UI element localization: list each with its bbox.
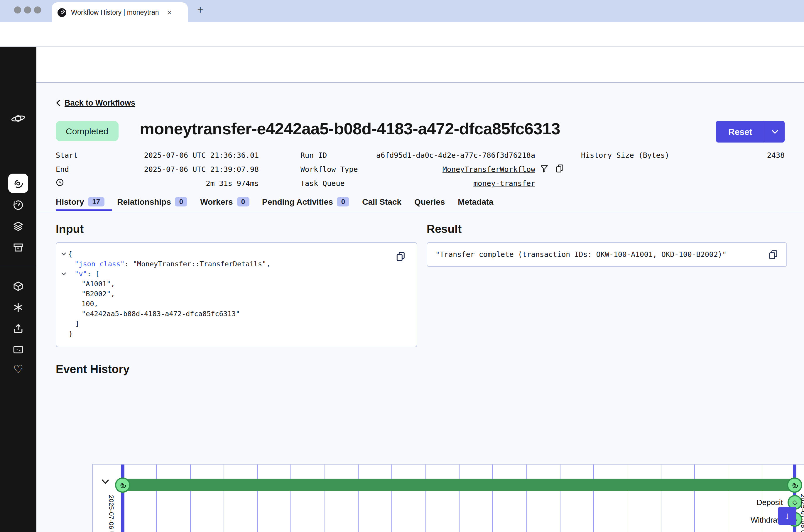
- schedules-clock-icon[interactable]: [12, 200, 24, 211]
- timeline-start-time: 2025-07-06 UTC 21:36:36.01: [108, 495, 115, 532]
- collapse-chevron-icon[interactable]: [61, 272, 66, 276]
- result-value: "Transfer complete (transaction IDs: OKW…: [435, 250, 768, 259]
- main-content: Back to Workflows Completed moneytransfe…: [36, 83, 804, 532]
- back-link-label[interactable]: Back to Workflows: [64, 98, 135, 107]
- gridline: [627, 464, 628, 532]
- task-queue-label: Task Queue: [300, 179, 345, 188]
- gridline: [426, 464, 426, 532]
- tab-metadata[interactable]: Metadata: [458, 197, 493, 207]
- start-value: 2025-07-06 UTC 21:36:36.01: [117, 151, 259, 159]
- temporal-favicon: [57, 8, 66, 17]
- tab-queries[interactable]: Queries: [414, 197, 445, 207]
- browser-tabstrip: Workflow History | moneytran × +: [0, 0, 804, 22]
- gridline: [492, 464, 493, 532]
- gridline: [391, 464, 392, 532]
- feedback-image-icon[interactable]: [12, 344, 24, 356]
- tab-pending-activities-label: Pending Activities: [262, 197, 333, 207]
- gridline: [459, 464, 460, 532]
- asterisk-icon[interactable]: [12, 302, 24, 313]
- traffic-light-minimize[interactable]: [24, 6, 31, 14]
- copy-workflow-type-icon[interactable]: [555, 164, 564, 173]
- tab-call-stack-label: Call Stack: [362, 197, 401, 207]
- task-queue-link[interactable]: money-transfer: [473, 179, 535, 188]
- workflow-type-link[interactable]: MoneyTransferWorkflow: [443, 165, 535, 174]
- gridline: [661, 464, 661, 532]
- event-history-timeline: Deposit ◇ Withdraw ◇ 2025-07-06 UTC 21:3…: [92, 464, 804, 532]
- gridline: [224, 464, 224, 532]
- reset-split-button: Reset: [716, 121, 785, 142]
- screen: Workflow History | moneytran × + ← → ↻ l…: [0, 0, 804, 532]
- event-history-heading: Event History: [56, 362, 129, 376]
- timeline-collapse-chevron-icon[interactable]: [101, 479, 110, 484]
- activity-label-deposit: Deposit: [724, 498, 783, 507]
- workflow-type-value: MoneyTransferWorkflow: [358, 165, 535, 174]
- json-line: {: [68, 250, 72, 258]
- workflow-start-event-marker[interactable]: [115, 477, 130, 493]
- collapse-chevron-icon[interactable]: [61, 252, 66, 256]
- json-key: "json_class": [75, 260, 125, 268]
- end-value: 2025-07-06 UTC 21:39:07.98: [117, 165, 259, 174]
- scroll-to-end-button[interactable]: ↓: [778, 507, 797, 525]
- diamond-icon: ◇: [792, 498, 798, 506]
- new-tab-button[interactable]: +: [197, 5, 203, 15]
- reset-dropdown-button[interactable]: [765, 121, 785, 142]
- tab-history[interactable]: History17: [56, 197, 104, 207]
- status-badge: Completed: [56, 121, 118, 141]
- task-queue-value: money-transfer: [358, 179, 535, 188]
- result-heading: Result: [427, 222, 462, 236]
- traffic-light-close[interactable]: [14, 6, 21, 14]
- json-line: ]: [75, 320, 79, 328]
- tab-queries-label: Queries: [414, 197, 445, 207]
- history-size-label: History Size (Bytes): [581, 151, 669, 159]
- gridline: [358, 464, 359, 532]
- workflows-icon[interactable]: [12, 178, 24, 189]
- namespace-header-bar: default UTC: [36, 47, 804, 83]
- sidebar-divider: [0, 266, 36, 266]
- json-key: "v": [75, 270, 87, 278]
- tab-close-icon[interactable]: ×: [167, 8, 172, 17]
- batch-layers-icon[interactable]: [12, 221, 24, 232]
- import-upload-icon[interactable]: [12, 323, 24, 334]
- cube-icon[interactable]: [12, 280, 24, 292]
- gridline: [257, 464, 258, 532]
- tab-relationships-label: Relationships: [117, 197, 171, 207]
- gridline: [324, 464, 325, 532]
- workflow-title: moneytransfer-e4242aa5-b08d-4183-a472-df…: [140, 120, 560, 138]
- copy-input-icon[interactable]: [395, 251, 406, 262]
- json-line: "e4242aa5-b08d-4183-a472-dfca85fc6313": [81, 310, 240, 318]
- gridline: [694, 464, 695, 532]
- timeline-plot-area: [93, 464, 804, 532]
- active-tab-underline: [56, 209, 112, 211]
- traffic-light-zoom[interactable]: [34, 6, 41, 14]
- duration-value: 2m 31s 974ms: [117, 179, 259, 188]
- tab-call-stack[interactable]: Call Stack: [362, 197, 401, 207]
- app-sidebar: ♡ ☀ 2.34.0: [0, 47, 36, 532]
- duration-clock-icon: [56, 178, 64, 187]
- temporal-logo-icon[interactable]: [11, 111, 25, 126]
- browser-tab[interactable]: Workflow History | moneytran ×: [52, 2, 188, 22]
- heart-icon[interactable]: ♡: [12, 364, 24, 375]
- tab-relationships-count: 0: [175, 197, 187, 207]
- tab-workers-count: 0: [237, 197, 249, 207]
- input-heading: Input: [56, 222, 83, 236]
- timeline-end-time: 2025-07-06 UTC 21:39:07.98: [800, 494, 804, 532]
- tab-relationships[interactable]: Relationships0: [117, 197, 187, 207]
- tab-title: Workflow History | moneytran: [71, 9, 165, 16]
- reset-button[interactable]: Reset: [716, 121, 765, 142]
- down-arrow-icon: ↓: [785, 511, 790, 521]
- workflow-end-event-marker[interactable]: [787, 477, 802, 493]
- archival-box-icon[interactable]: [12, 242, 24, 253]
- workflow-tabs: History17 Relationships0 Workers0 Pendin…: [56, 197, 493, 207]
- workflow-execution-bar[interactable]: [123, 479, 795, 491]
- workflow-type-label: Workflow Type: [300, 165, 358, 174]
- json-value: : [: [87, 270, 100, 278]
- tab-pending-activities[interactable]: Pending Activities0: [262, 197, 349, 207]
- tab-history-count: 17: [88, 197, 104, 207]
- tab-history-label: History: [56, 197, 84, 207]
- run-id-value: a6fd95d1-da0c-4d2e-a77c-786f3d76218a: [358, 151, 535, 159]
- filter-funnel-icon[interactable]: [540, 164, 549, 173]
- gridline: [560, 464, 560, 532]
- copy-result-icon[interactable]: [768, 249, 778, 260]
- tab-workers[interactable]: Workers0: [200, 197, 249, 207]
- back-to-workflows[interactable]: Back to Workflows: [56, 98, 135, 107]
